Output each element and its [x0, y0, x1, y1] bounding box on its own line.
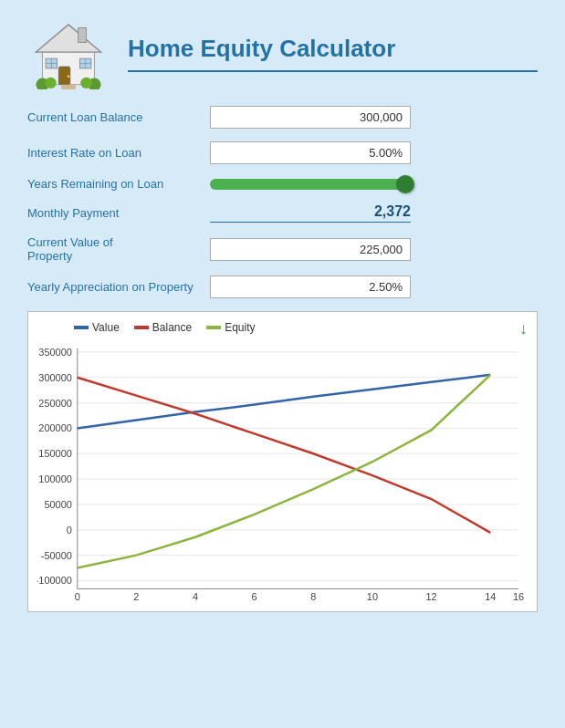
chart-section: ↓ Value Balance Equity 350000 300000 250… — [27, 311, 538, 612]
interest-rate-row: Interest Rate on Loan — [27, 141, 538, 164]
svg-text:8: 8 — [310, 591, 316, 602]
legend-balance-label: Balance — [152, 321, 192, 334]
legend-value: Value — [74, 321, 120, 334]
chart-legend: Value Balance Equity — [74, 321, 528, 334]
svg-text:-50000: -50000 — [41, 550, 72, 561]
svg-point-5 — [68, 75, 70, 78]
property-value-label: Current Value ofProperty — [27, 235, 210, 263]
svg-text:12: 12 — [426, 591, 437, 602]
loan-balance-label: Current Loan Balance — [27, 110, 210, 124]
interest-rate-label: Interest Rate on Loan — [27, 146, 210, 160]
svg-text:150000: 150000 — [38, 448, 71, 459]
monthly-payment-value: 2,372 — [210, 203, 411, 223]
legend-balance-color — [134, 326, 149, 329]
svg-text:4: 4 — [193, 591, 198, 602]
property-value-input[interactable] — [210, 238, 411, 261]
title-divider — [128, 70, 538, 72]
loan-balance-row: Current Loan Balance — [27, 106, 538, 129]
legend-equity: Equity — [206, 321, 255, 334]
svg-text:0: 0 — [67, 525, 72, 536]
legend-equity-label: Equity — [225, 321, 255, 334]
monthly-payment-row: Monthly Payment 2,372 — [27, 203, 538, 223]
loan-balance-input[interactable] — [210, 106, 411, 129]
legend-value-label: Value — [92, 321, 120, 334]
svg-text:2: 2 — [133, 591, 139, 602]
header: Home Equity Calculator — [27, 16, 538, 89]
svg-text:6: 6 — [252, 591, 257, 602]
interest-rate-input[interactable] — [210, 141, 411, 164]
svg-text:16: 16 — [513, 591, 524, 602]
legend-value-color — [74, 326, 89, 329]
appreciation-row: Yearly Appreciation on Property — [27, 276, 538, 298]
svg-point-15 — [80, 78, 91, 88]
appreciation-label: Yearly Appreciation on Property — [27, 280, 210, 294]
years-slider-thumb[interactable] — [396, 175, 414, 193]
house-icon — [27, 16, 110, 89]
years-remaining-row: Years Remaining on Loan — [27, 177, 538, 191]
svg-text:-100000: -100000 — [37, 575, 72, 586]
monthly-payment-label: Monthly Payment — [27, 206, 210, 220]
svg-text:100000: 100000 — [38, 473, 71, 484]
years-remaining-label: Years Remaining on Loan — [27, 177, 210, 191]
svg-text:0: 0 — [75, 591, 80, 602]
title-block: Home Equity Calculator — [128, 35, 538, 72]
svg-text:14: 14 — [485, 591, 496, 602]
download-icon[interactable]: ↓ — [519, 319, 528, 338]
appreciation-input[interactable] — [210, 276, 411, 298]
svg-point-13 — [45, 78, 56, 88]
svg-rect-16 — [61, 85, 76, 89]
value-line — [78, 375, 490, 429]
main-container: Home Equity Calculator Current Loan Bala… — [0, 0, 565, 630]
equity-line — [78, 375, 490, 568]
legend-balance: Balance — [134, 321, 192, 334]
svg-text:300000: 300000 — [38, 372, 71, 383]
years-slider-track — [210, 179, 411, 190]
svg-text:200000: 200000 — [38, 422, 71, 433]
fields-section: Current Loan Balance Interest Rate on Lo… — [27, 106, 538, 298]
svg-text:350000: 350000 — [38, 347, 71, 358]
years-slider-container — [210, 179, 411, 190]
property-value-row: Current Value ofProperty — [27, 235, 538, 263]
svg-text:10: 10 — [367, 591, 378, 602]
app-title: Home Equity Calculator — [128, 35, 538, 63]
legend-equity-color — [206, 326, 221, 329]
svg-text:250000: 250000 — [38, 398, 71, 409]
chart-svg: 350000 300000 250000 200000 150000 10000… — [37, 339, 528, 602]
svg-rect-3 — [78, 27, 87, 42]
svg-text:50000: 50000 — [44, 499, 71, 510]
